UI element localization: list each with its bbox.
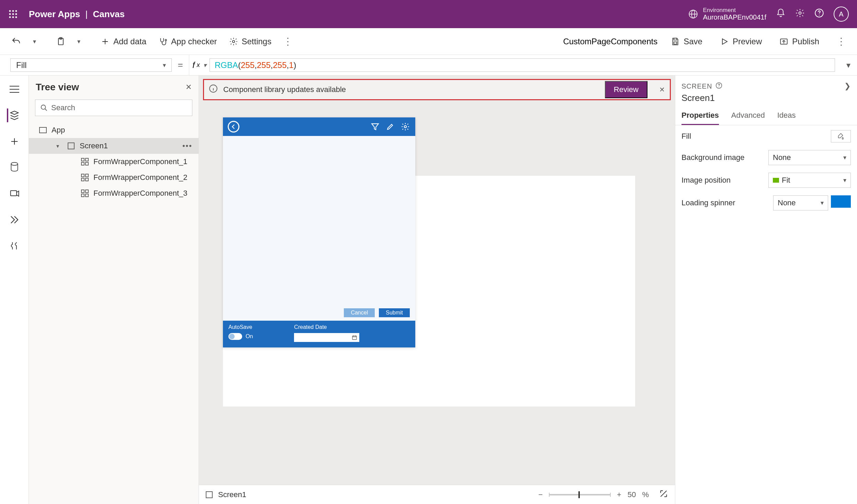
- svg-point-28: [719, 87, 720, 87]
- info-icon: [209, 84, 218, 95]
- back-icon[interactable]: [228, 121, 239, 133]
- publish-icon: [779, 37, 789, 46]
- app-subtype: Canvas: [93, 9, 125, 19]
- zoom-value: 50: [628, 490, 636, 499]
- notification-text: Component library updates available: [223, 85, 346, 94]
- paste-chevron[interactable]: ▾: [73, 36, 84, 47]
- submit-button[interactable]: Submit: [379, 308, 410, 317]
- environment-picker[interactable]: Environment AuroraBAPEnv0041f: [688, 7, 766, 21]
- add-data-button[interactable]: Add data: [96, 35, 150, 48]
- paste-button[interactable]: [52, 35, 70, 48]
- search-input[interactable]: Search: [35, 100, 192, 116]
- svg-rect-22: [10, 191, 16, 196]
- svg-point-5: [15, 13, 17, 15]
- app-icon: [38, 126, 47, 135]
- save-button[interactable]: Save: [666, 35, 707, 48]
- phone-preview[interactable]: Cancel Submit AutoSave On Created Date: [223, 117, 415, 347]
- save-icon: [670, 37, 680, 46]
- fit-to-screen[interactable]: [659, 489, 668, 500]
- svg-point-21: [11, 162, 18, 165]
- settings-icon[interactable]: [795, 8, 805, 20]
- gear-icon[interactable]: [400, 122, 410, 132]
- publish-label: Publish: [792, 37, 819, 46]
- environment-label: Environment: [703, 7, 766, 14]
- close-notification[interactable]: ✕: [659, 85, 665, 94]
- rail-media[interactable]: [8, 187, 21, 201]
- tree-node-more[interactable]: •••: [182, 141, 192, 150]
- zoom-in[interactable]: +: [617, 490, 621, 499]
- notifications-icon[interactable]: [776, 8, 786, 20]
- svg-rect-26: [352, 336, 357, 340]
- property-name: Fill: [16, 60, 27, 70]
- autosave-label: AutoSave: [228, 324, 253, 330]
- spinner-value: None: [778, 198, 796, 207]
- edit-icon[interactable]: [385, 122, 395, 132]
- bgimage-dropdown[interactable]: None ▾: [768, 150, 851, 165]
- rail-power-automate[interactable]: [8, 213, 21, 227]
- preview-button[interactable]: Preview: [715, 35, 766, 48]
- update-notification: Component library updates available Revi…: [203, 79, 671, 100]
- tree-component-node[interactable]: FormWrapperComponent_2: [29, 170, 199, 185]
- tree-app-node[interactable]: App: [29, 122, 199, 138]
- app-checker-label: App checker: [171, 37, 217, 46]
- autosave-value: On: [246, 333, 253, 340]
- zoom-pct: %: [642, 490, 649, 499]
- close-tree-panel[interactable]: ✕: [185, 83, 192, 92]
- panel-help-icon[interactable]: [715, 82, 722, 91]
- formula-bar: Fill ▾ = fx▾ RGBA(255, 255, 255, 1) ▾: [0, 55, 857, 76]
- zoom-out[interactable]: −: [538, 490, 543, 499]
- app-checker-button[interactable]: App checker: [154, 35, 221, 48]
- tab-properties[interactable]: Properties: [681, 108, 719, 125]
- formula-fn: RGBA: [215, 60, 238, 70]
- overflow-button[interactable]: ⋮: [279, 34, 297, 49]
- collapse-panel[interactable]: ❯: [844, 82, 851, 91]
- created-date-label: Created Date: [294, 324, 359, 330]
- fill-color-picker[interactable]: [831, 130, 851, 142]
- phone-footer: AutoSave On Created Date: [223, 321, 415, 347]
- svg-point-11: [799, 12, 801, 14]
- command-bar: ▾ ▾ Add data App checker Settings ⋮ Cust…: [0, 28, 857, 55]
- screen-icon: [67, 141, 76, 150]
- tree-view-panel: Tree view ✕ Search App ▾ Screen1 ••• For…: [29, 76, 199, 504]
- gear-icon: [229, 37, 238, 46]
- tree-component-node[interactable]: FormWrapperComponent_1: [29, 154, 199, 170]
- settings-button[interactable]: Settings: [225, 35, 276, 48]
- rail-tree-view[interactable]: [7, 108, 21, 122]
- waffle-icon[interactable]: [5, 10, 21, 19]
- overflow-right[interactable]: ⋮: [832, 34, 850, 49]
- svg-point-25: [404, 126, 407, 128]
- svg-point-17: [232, 40, 235, 43]
- spinner-dropdown[interactable]: None ▾: [773, 195, 828, 210]
- tab-advanced[interactable]: Advanced: [731, 108, 765, 125]
- rail-tools[interactable]: [8, 239, 21, 253]
- autosave-toggle[interactable]: [228, 333, 242, 340]
- spinner-color[interactable]: [831, 195, 851, 208]
- created-date-input[interactable]: [294, 333, 359, 342]
- help-icon[interactable]: [814, 8, 824, 20]
- svg-point-0: [9, 10, 11, 12]
- filter-icon[interactable]: [370, 122, 380, 132]
- zoom-slider[interactable]: [549, 494, 611, 495]
- rail-insert[interactable]: [8, 135, 21, 148]
- tree-screen-node[interactable]: ▾ Screen1 •••: [29, 138, 199, 154]
- cancel-button[interactable]: Cancel: [344, 308, 375, 317]
- tree-app-label: App: [52, 126, 65, 135]
- review-button[interactable]: Review: [605, 81, 647, 98]
- formula-expand[interactable]: ▾: [840, 55, 857, 75]
- tree-component-node[interactable]: FormWrapperComponent_3: [29, 185, 199, 201]
- formula-input[interactable]: RGBA(255, 255, 255, 1): [210, 58, 835, 72]
- imgpos-dropdown[interactable]: Fit ▾: [768, 173, 851, 188]
- rail-hamburger[interactable]: [8, 82, 21, 96]
- undo-chevron[interactable]: ▾: [29, 36, 40, 47]
- publish-button[interactable]: Publish: [775, 35, 823, 48]
- tree-view-title: Tree view: [36, 82, 79, 93]
- image-icon: [773, 178, 779, 183]
- tab-ideas[interactable]: Ideas: [777, 108, 796, 125]
- svg-point-7: [12, 16, 14, 18]
- rail-data[interactable]: [8, 161, 21, 174]
- undo-button[interactable]: [7, 34, 25, 49]
- chevron-down-icon: ▾: [163, 61, 166, 69]
- fx-button[interactable]: fx▾: [189, 55, 210, 75]
- property-dropdown[interactable]: Fill ▾: [10, 58, 172, 72]
- user-avatar[interactable]: A: [834, 7, 849, 22]
